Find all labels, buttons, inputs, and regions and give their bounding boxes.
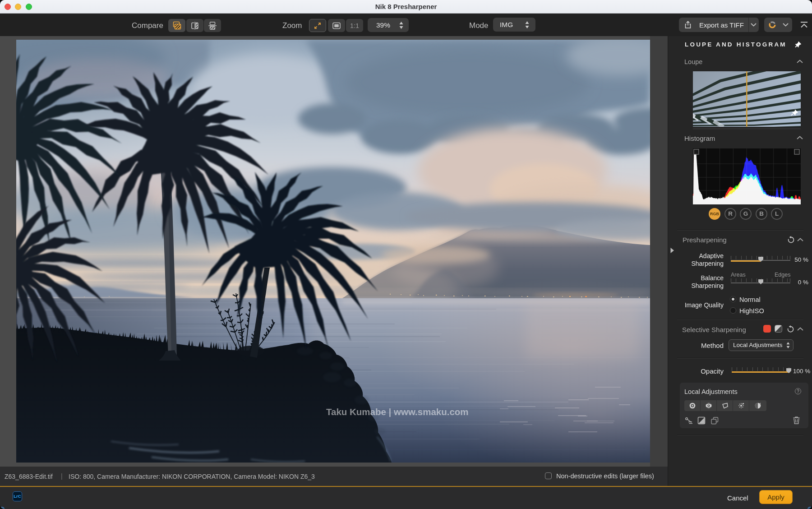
svg-text:Taku Kumabe | www.smaku.com: Taku Kumabe | www.smaku.com (326, 407, 469, 417)
